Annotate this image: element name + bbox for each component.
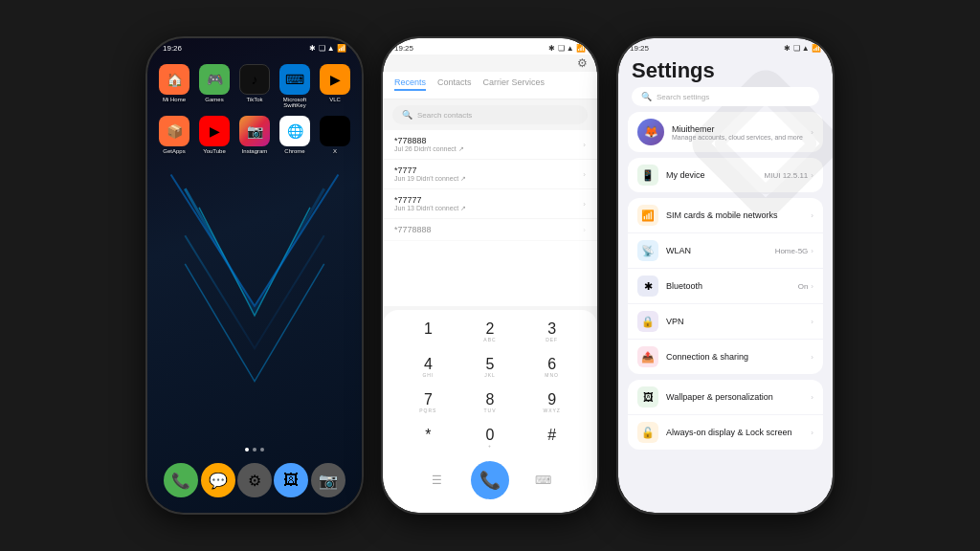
- app-label: VLC: [329, 97, 341, 102]
- avatar: 🦊: [637, 119, 664, 145]
- app-instagram[interactable]: 📷 Instagram: [237, 116, 272, 154]
- dock-camera[interactable]: 📷: [311, 463, 345, 497]
- key-star[interactable]: *: [398, 422, 458, 455]
- key-6[interactable]: 6 MNO: [522, 351, 582, 385]
- settings-item-miuithemer[interactable]: 🦊 Miuithemer Manage accounts, cloud serv…: [628, 112, 823, 152]
- item-title: My device: [666, 170, 757, 180]
- settings-item-wallpaper[interactable]: 🖼 Wallpaper & personalization ›: [628, 380, 823, 415]
- key-5[interactable]: 5 JKL: [460, 351, 521, 385]
- call-detail: Jun 13 Didn't connect ↗: [394, 205, 466, 212]
- settings-item-wlan[interactable]: 📡 WLAN Home-5G ›: [628, 233, 823, 269]
- dialer-tabs: Recents Contacts Carrier Services: [383, 72, 597, 99]
- item-title: Miuithemer: [672, 124, 803, 134]
- numpad-grid: 1 2 ABC 3 DEF 4 GHI: [398, 316, 582, 455]
- settings-item-always-on[interactable]: 🔓 Always-on display & Lock screen ›: [628, 415, 823, 450]
- dock-phone[interactable]: 📞: [164, 463, 198, 497]
- device-icon: 📱: [637, 165, 658, 186]
- key-7[interactable]: 7 PQRS: [398, 386, 458, 420]
- chevron-icon: ›: [811, 429, 813, 437]
- app-swiftkey[interactable]: ⌨ Microsoft SwiftKey: [278, 64, 312, 108]
- app-vlc[interactable]: ▶ VLC: [318, 64, 352, 108]
- call-item-4[interactable]: *7778888 ›: [383, 219, 597, 241]
- app-label: TikTok: [246, 97, 262, 102]
- phone-home: 19:26 ✱ ❏ ▲ 📶 🏠 Mi Home 🎮 Games ♪ TikTok: [145, 36, 364, 515]
- menu-icon[interactable]: ☰: [424, 467, 451, 494]
- call-arrow: ›: [583, 141, 586, 149]
- call-item-1[interactable]: *778888 Jul 26 Didn't connect ↗ ›: [383, 130, 597, 160]
- status-icons: ✱ ❏ ▲ 📶: [548, 44, 586, 53]
- chevron-icon: ›: [811, 211, 813, 220]
- call-item-3[interactable]: *77777 Jun 13 Didn't connect ↗ ›: [383, 189, 597, 219]
- app-tiktok[interactable]: ♪ TikTok: [237, 64, 272, 108]
- status-icons: ✱ ❏ ▲ 📶: [784, 44, 821, 53]
- settings-item-connection-sharing[interactable]: 📤 Connection & sharing ›: [628, 340, 823, 374]
- app-chrome[interactable]: 🌐 Chrome: [278, 116, 312, 154]
- app-icon-img: 📷: [239, 116, 270, 146]
- call-detail: Jul 26 Didn't connect ↗: [394, 145, 464, 153]
- key-8[interactable]: 8 TUV: [460, 386, 521, 420]
- dock-messages[interactable]: 💬: [201, 463, 235, 497]
- key-3[interactable]: 3 DEF: [522, 316, 582, 349]
- tab-contacts[interactable]: Contacts: [437, 77, 472, 91]
- item-title: Always-on display & Lock screen: [666, 428, 803, 437]
- keypad-icon[interactable]: ⌨: [529, 467, 556, 494]
- wlan-value: Home-5G: [775, 247, 809, 255]
- tab-recents[interactable]: Recents: [394, 77, 426, 91]
- item-title: Bluetooth: [666, 281, 791, 291]
- chevron-icon: ›: [811, 353, 813, 362]
- item-content: VPN: [666, 317, 803, 326]
- call-button[interactable]: 📞: [471, 461, 509, 499]
- network-section: 📶 SIM cards & mobile networks › 📡 WLAN H…: [628, 198, 823, 374]
- settings-search[interactable]: 🔍 Search settings: [632, 87, 819, 106]
- bluetooth-value: On: [798, 282, 809, 291]
- dock-settings[interactable]: ⚙: [237, 463, 272, 497]
- app-mi-home[interactable]: 🏠 Mi Home: [157, 64, 191, 108]
- key-9[interactable]: 9 WXYZ: [522, 386, 582, 420]
- item-title: SIM cards & mobile networks: [666, 210, 803, 220]
- item-content: Wallpaper & personalization: [666, 392, 803, 402]
- app-icon-img: ♪: [239, 64, 270, 95]
- call-info: *7777 Jun 19 Didn't connect ↗: [394, 165, 466, 183]
- dock-gallery[interactable]: 🖼: [274, 463, 308, 497]
- settings-item-sim[interactable]: 📶 SIM cards & mobile networks ›: [628, 198, 823, 233]
- item-title: VPN: [666, 317, 803, 326]
- settings-item-mydevice[interactable]: 📱 My device MIUI 12.5.11 ›: [628, 158, 823, 192]
- call-number: *7777: [394, 165, 466, 175]
- page-dots: [147, 444, 362, 455]
- app-grid-row2: 📦 GetApps ▶ YouTube 📷 Instagram 🌐 Chrome…: [147, 112, 362, 162]
- key-2[interactable]: 2 ABC: [460, 316, 521, 349]
- call-info: *7778888: [394, 225, 432, 234]
- key-4[interactable]: 4 GHI: [398, 351, 458, 385]
- phone-settings: 19:25 ✱ ❏ ▲ 📶 Settings 🔍 Search settings…: [616, 36, 835, 515]
- app-icon-img: 🌐: [279, 116, 310, 146]
- app-x[interactable]: ✕ X: [318, 116, 352, 154]
- app-label: GetApps: [163, 148, 185, 154]
- settings-icon[interactable]: ⚙: [577, 56, 588, 70]
- settings-header: Settings 🔍 Search settings: [618, 55, 833, 112]
- vpn-icon: 🔒: [637, 311, 658, 332]
- sim-icon: 📶: [637, 205, 658, 226]
- key-1[interactable]: 1: [398, 316, 458, 349]
- item-content: Miuithemer Manage accounts, cloud servic…: [672, 124, 803, 141]
- app-getapps[interactable]: 📦 GetApps: [157, 116, 191, 154]
- tab-carrier[interactable]: Carrier Services: [483, 77, 546, 91]
- app-youtube[interactable]: ▶ YouTube: [197, 116, 232, 154]
- device-section: 📱 My device MIUI 12.5.11 ›: [628, 158, 823, 192]
- call-arrow: ›: [583, 226, 586, 234]
- app-icon-img: 🏠: [159, 64, 189, 95]
- contacts-search[interactable]: 🔍 Search contacts: [392, 105, 588, 124]
- settings-item-bluetooth[interactable]: ✱ Bluetooth On ›: [628, 269, 823, 304]
- app-label: YouTube: [203, 148, 226, 154]
- chevron-icon: ›: [811, 247, 813, 255]
- account-section: 🦊 Miuithemer Manage accounts, cloud serv…: [628, 112, 823, 152]
- item-right: MIUI 12.5.11 ›: [765, 171, 813, 180]
- app-games[interactable]: 🎮 Games: [197, 64, 232, 108]
- dialer-screen: 19:25 ✱ ❏ ▲ 📶 ⚙ Recents Contacts Carrier…: [383, 38, 597, 513]
- key-hash[interactable]: #: [522, 422, 582, 455]
- app-icon-img: ▶: [320, 64, 350, 95]
- key-0[interactable]: 0 +: [460, 422, 521, 455]
- settings-item-vpn[interactable]: 🔒 VPN ›: [628, 304, 823, 340]
- phone-dialer: 19:25 ✱ ❏ ▲ 📶 ⚙ Recents Contacts Carrier…: [381, 36, 599, 515]
- chevron-icon: ›: [811, 128, 813, 137]
- call-item-2[interactable]: *7777 Jun 19 Didn't connect ↗ ›: [383, 160, 597, 189]
